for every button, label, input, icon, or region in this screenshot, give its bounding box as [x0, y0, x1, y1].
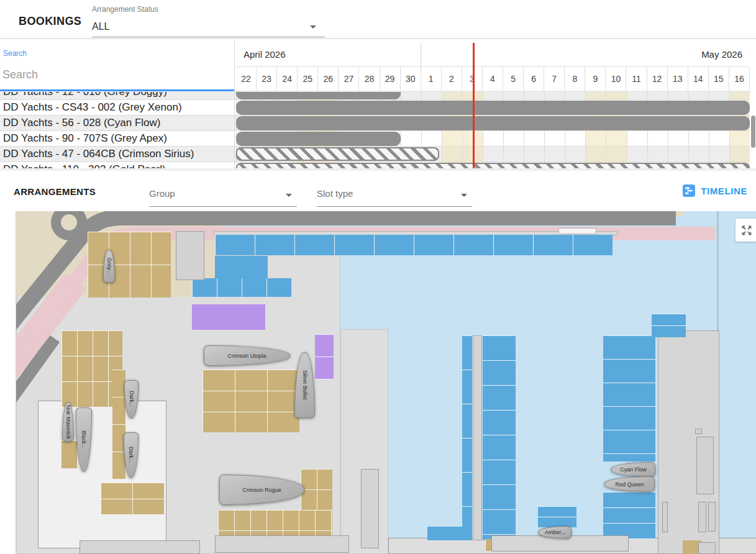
berth-group-blue[interactable] — [603, 335, 655, 461]
vertical-scrollbar[interactable] — [751, 116, 755, 148]
booking-row-label: DD Yachts - 56 - 028 (Cyan Flow) — [3, 117, 161, 129]
day-cell: 22 — [236, 67, 257, 91]
day-cell: 11 — [626, 67, 647, 91]
day-cell: 14 — [688, 67, 709, 91]
yacht-label: Grey... — [106, 258, 112, 274]
day-cell: 6 — [524, 67, 544, 91]
yacht-label: Red Queen — [615, 481, 644, 488]
berth-group-purple[interactable] — [192, 304, 265, 330]
search-underline — [0, 89, 235, 91]
marina-map: Grey...Crimson UtopiaSilver BulletNoir M… — [16, 211, 756, 554]
berth-group-tan[interactable] — [61, 441, 77, 468]
day-cell: 23 — [257, 67, 277, 91]
chevron-down-icon — [286, 194, 292, 197]
booking-bar[interactable] — [236, 147, 439, 161]
yacht-label: Silver Bullet — [302, 370, 308, 400]
day-cell: 2 — [442, 67, 462, 91]
bookings-header: BOOKINGS Arrangement Status ALL — [0, 0, 756, 39]
timeline-button-label: TIMELINE — [701, 186, 747, 196]
building — [695, 429, 702, 434]
building — [361, 469, 379, 548]
month-label: April 2026 — [244, 49, 286, 60]
building — [38, 401, 166, 548]
yacht-label: Crimson Utopia — [227, 353, 266, 359]
group-select[interactable]: Group — [149, 183, 297, 207]
berth-group-blue[interactable] — [215, 235, 613, 255]
berth-group-blue[interactable] — [603, 492, 655, 539]
arrangement-status-value: ALL — [92, 21, 109, 32]
booking-bar[interactable] — [236, 116, 750, 130]
day-cell: 25 — [298, 67, 318, 91]
day-cell: 29 — [380, 67, 401, 91]
day-cell: 24 — [277, 67, 298, 91]
page-title: BOOKINGS — [19, 15, 81, 28]
fullscreen-icon — [740, 224, 753, 237]
berth-group-purple[interactable] — [315, 334, 334, 379]
yacht-label: Amber... — [545, 529, 566, 535]
berth-group-tan[interactable] — [301, 469, 332, 511]
list-grid-divider — [234, 39, 235, 168]
booking-bar[interactable] — [236, 92, 401, 99]
berth-group-blue[interactable] — [538, 506, 576, 527]
timeline-month-row: April 2026May 2026 — [236, 43, 750, 66]
day-cell: 5 — [503, 67, 524, 91]
today-marker-line — [473, 43, 475, 168]
yacht-label: Crimson Rogue — [242, 487, 281, 493]
slot-type-select[interactable]: Slot type — [317, 183, 472, 207]
berth-group-tan[interactable] — [203, 370, 299, 432]
search-input[interactable] — [2, 64, 226, 85]
building — [708, 502, 716, 532]
berth-group-blue[interactable] — [483, 335, 516, 540]
day-cell: 30 — [401, 67, 421, 91]
berth-group-blue[interactable] — [462, 335, 472, 540]
booking-bar[interactable] — [236, 101, 750, 115]
arrangement-status-label: Arrangement Status — [92, 5, 158, 14]
booking-rows-area: DD Yachts - 12 - 010 (Grey Doggy)DD Yach… — [0, 92, 750, 168]
booking-row-label: DD Yachts - 110 - 302 (Gold Pearl) — [3, 163, 166, 168]
pier[interactable] — [473, 335, 482, 540]
day-cell: 16 — [729, 67, 750, 91]
booking-row-label: DD Yachts - 12 - 010 (Grey Doggy) — [3, 92, 167, 98]
building — [696, 437, 714, 494]
day-cell: 4 — [483, 67, 503, 91]
building — [662, 502, 668, 532]
building — [558, 228, 596, 234]
booking-row-label: DD Yachts - CS43 - 002 (Grey Xenon) — [3, 101, 182, 114]
timeline-day-row: 2223242526272829301234567891011121314151… — [236, 67, 750, 91]
chevron-down-icon — [461, 194, 467, 197]
booking-bar[interactable] — [236, 163, 750, 168]
yacht-label: Dark... — [129, 391, 135, 407]
berth-group-blue[interactable] — [427, 527, 463, 540]
fullscreen-button[interactable] — [736, 219, 756, 242]
berth-group-tan[interactable] — [88, 232, 171, 297]
arrangements-title: ARRANGEMENTS — [14, 186, 96, 197]
booking-bar[interactable] — [236, 132, 401, 146]
water-boundary-line — [717, 211, 719, 332]
timeline-view-button[interactable]: TIMELINE — [683, 184, 747, 197]
building — [698, 502, 706, 532]
berth-group-blue[interactable] — [652, 314, 686, 337]
yacht-label: Black... — [81, 430, 87, 449]
bookings-gantt-panel: Search April 2026May 2026 22232425262728… — [0, 39, 756, 168]
yacht-label: Noir Maverick — [65, 405, 71, 439]
day-cell: 9 — [585, 67, 606, 91]
day-cell: 7 — [544, 67, 565, 91]
day-cell: 1 — [421, 67, 442, 91]
building — [698, 542, 716, 554]
group-placeholder: Group — [149, 188, 175, 199]
arrangement-status-select[interactable]: ALL — [92, 19, 325, 37]
berth-group-blue[interactable] — [192, 278, 291, 297]
quay-strip — [80, 540, 200, 554]
app-root: BOOKINGS Arrangement Status ALL Search A… — [0, 0, 756, 554]
berth-group-tan[interactable] — [112, 370, 125, 479]
search-label: Search — [3, 49, 27, 58]
month-label: May 2026 — [701, 49, 742, 60]
building — [176, 231, 204, 280]
day-cell: 12 — [647, 67, 668, 91]
day-cell: 13 — [668, 67, 688, 91]
booking-row-label: DD Yachts - 90 - 707S (Grey Apex) — [3, 132, 167, 145]
arrangements-toolbar: ARRANGEMENTS Group Slot type TIMELINE — [0, 168, 756, 211]
berth-group-blue[interactable] — [215, 256, 268, 278]
day-cell: 10 — [606, 67, 626, 91]
berth-group-tan[interactable] — [101, 483, 164, 514]
